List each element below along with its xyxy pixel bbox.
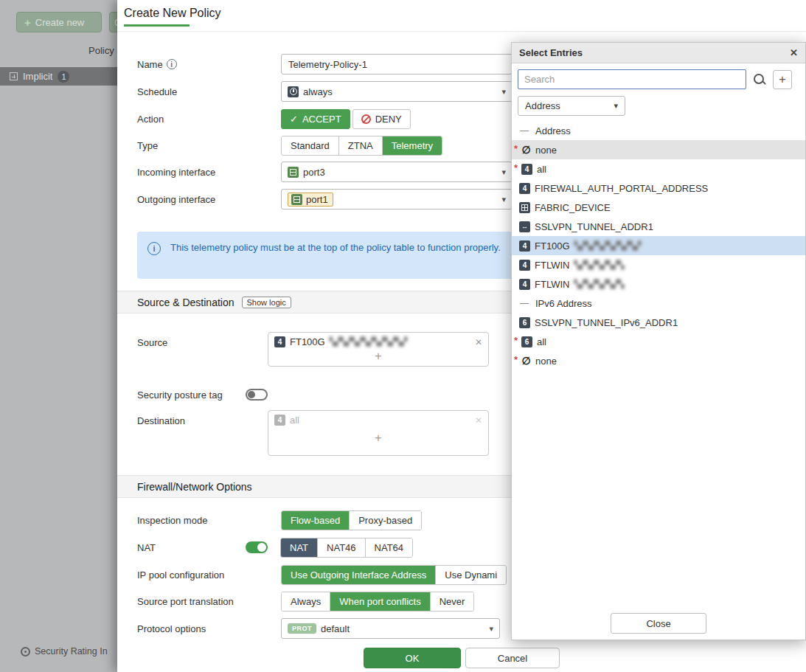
name-input[interactable]	[281, 54, 513, 75]
list-item[interactable]: ↔ SSLVPN_TUNNEL_ADDR1	[512, 217, 805, 236]
incoming-interface-select[interactable]: port3 ▾	[281, 162, 513, 182]
nat-label: NAT	[137, 542, 246, 553]
ipv4-address-icon: 4	[274, 336, 285, 347]
inspection-mode-label: Inspection mode	[137, 515, 281, 526]
destination-entry[interactable]: 4 all ✕	[268, 411, 488, 427]
ip-range-icon: ↔	[519, 221, 530, 232]
nat64-button[interactable]: NAT64	[365, 538, 413, 557]
none-icon: ∅	[521, 356, 531, 367]
close-icon[interactable]: ✕	[790, 47, 798, 58]
expand-icon[interactable]	[10, 72, 18, 80]
search-icon[interactable]	[753, 73, 766, 86]
list-item[interactable]: 4 FTLWIN ▚▞▚▞▚▞▚▞▚	[512, 255, 805, 274]
type-label: Type	[137, 140, 281, 151]
ok-button[interactable]: OK	[364, 648, 461, 668]
list-item[interactable]: 4 FIREWALL_AUTH_PORTAL_ADDRESS	[512, 179, 805, 198]
destination-box[interactable]: 4 all ✕ +	[268, 410, 489, 456]
nat-segment: NAT NAT46 NAT64	[280, 538, 413, 558]
deny-button[interactable]: DENY	[352, 109, 411, 129]
protocol-options-label: Protocol options	[137, 623, 281, 634]
nat-toggle[interactable]	[246, 541, 268, 553]
schedule-select[interactable]: always ▾	[281, 81, 513, 102]
group-header-address[interactable]: — Address	[512, 121, 805, 140]
create-new-button[interactable]: + Create new	[16, 12, 102, 32]
dialog-footer: OK Cancel	[117, 645, 806, 672]
protocol-options-select[interactable]: PROT default ▾	[281, 618, 500, 639]
ipv4-address-icon: 4	[519, 279, 530, 290]
type-telemetry-button[interactable]: Telemetry	[382, 136, 442, 155]
outgoing-interface-label: Outgoing interface	[137, 194, 281, 205]
schedule-label: Schedule	[137, 86, 281, 97]
action-label: Action	[137, 114, 281, 125]
use-dynamic-ip-pool-button[interactable]: Use Dynami	[435, 566, 506, 584]
list-item[interactable]: FABRIC_DEVICE	[512, 198, 805, 217]
chevron-down-icon[interactable]: ▾	[501, 167, 506, 177]
none-icon: ∅	[521, 145, 531, 156]
flow-based-button[interactable]: Flow-based	[282, 511, 349, 530]
source-port-translation-label: Source port translation	[137, 596, 281, 607]
list-item-selected[interactable]: 4 FT100G ▚▞▚▞▚▞▚▞▚▞▚▞	[512, 236, 805, 255]
ipv4-address-icon: 4	[274, 415, 285, 426]
panel-footer: Close	[512, 613, 805, 634]
chevron-down-icon[interactable]: ▾	[501, 195, 506, 204]
select-entries-panel: Select Entries ✕ + Address ▾ — Address *…	[511, 42, 806, 640]
when-port-conflicts-button[interactable]: When port conflicts	[330, 592, 430, 611]
ipv6-address-icon: 6	[519, 317, 530, 328]
list-item[interactable]: * ∅ none	[512, 140, 805, 159]
required-star-icon: *	[514, 162, 518, 173]
never-button[interactable]: Never	[430, 592, 474, 611]
add-new-address-button[interactable]: +	[773, 70, 792, 89]
show-logic-button[interactable]: Show logic	[242, 297, 291, 308]
info-icon[interactable]: i	[167, 59, 177, 69]
accept-button[interactable]: ✓ ACCEPT	[281, 109, 350, 129]
implicit-policy-row[interactable]: Implicit 1	[0, 67, 117, 86]
incoming-interface-label: Incoming interface	[137, 167, 281, 178]
list-item[interactable]: 4 FTLWIN ▚▞▚▞▚▞▚▞▚	[512, 274, 805, 294]
add-destination-button[interactable]: +	[268, 427, 488, 448]
action-segment: ✓ ACCEPT DENY	[281, 109, 411, 129]
type-ztna-button[interactable]: ZTNA	[338, 136, 382, 155]
cancel-button[interactable]: Cancel	[465, 648, 560, 668]
outgoing-interface-tag[interactable]: port1	[288, 193, 333, 207]
source-box[interactable]: 4 FT100G ▚▞▚▞▚▞▚▞▚▞▚▞▚▞ ✕ +	[268, 332, 489, 367]
security-posture-toggle[interactable]	[246, 389, 268, 401]
type-standard-button[interactable]: Standard	[282, 136, 338, 155]
add-source-button[interactable]: +	[268, 349, 488, 366]
always-button[interactable]: Always	[282, 592, 330, 611]
list-item[interactable]: * 4 all	[512, 159, 805, 179]
source-label: Source	[137, 332, 268, 348]
use-outgoing-interface-button[interactable]: Use Outgoing Interface Address	[282, 566, 435, 584]
list-item[interactable]: 6 SSLVPN_TUNNEL_IPv6_ADDR1	[512, 313, 805, 332]
remove-entry-icon[interactable]: ✕	[475, 337, 482, 347]
close-button[interactable]: Close	[611, 613, 706, 634]
ipv4-address-icon: 4	[519, 240, 530, 252]
chevron-down-icon[interactable]: ▾	[501, 87, 506, 97]
collapse-icon[interactable]: —	[520, 125, 529, 136]
search-input[interactable]	[518, 69, 746, 89]
inspection-mode-segment: Flow-based Proxy-based	[281, 510, 422, 530]
security-rating-status: Security Rating In	[21, 646, 108, 657]
page-title: Create New Policy	[124, 7, 221, 20]
nat-button[interactable]: NAT	[281, 538, 317, 557]
collapse-icon[interactable]: —	[520, 298, 529, 308]
source-entry[interactable]: 4 FT100G ▚▞▚▞▚▞▚▞▚▞▚▞▚▞ ✕	[268, 333, 488, 349]
chevron-down-icon[interactable]: ▾	[489, 624, 493, 634]
required-star-icon: *	[514, 143, 518, 154]
required-star-icon: *	[514, 354, 518, 365]
ip-pool-label: IP pool configuration	[137, 569, 281, 581]
chevron-down-icon[interactable]: ▾	[614, 101, 618, 111]
ipv4-address-icon: 4	[521, 164, 532, 175]
outgoing-interface-select[interactable]: port1 ▾	[281, 189, 513, 209]
group-header-ipv6-address[interactable]: — IPv6 Address	[512, 294, 805, 313]
proxy-based-button[interactable]: Proxy-based	[349, 511, 421, 530]
category-select[interactable]: Address ▾	[518, 96, 625, 116]
remove-entry-icon[interactable]: ✕	[475, 415, 482, 426]
name-label: Name i	[137, 59, 281, 70]
list-item[interactable]: * 6 all	[512, 332, 805, 351]
nat46-button[interactable]: NAT46	[317, 538, 365, 557]
check-icon: ✓	[290, 114, 298, 125]
entries-list: — Address * ∅ none * 4 all 4 FIREWALL_AU…	[512, 121, 805, 370]
security-posture-label: Security posture tag	[137, 389, 246, 401]
panel-header: Select Entries ✕	[512, 43, 805, 63]
list-item[interactable]: * ∅ none	[512, 351, 805, 370]
